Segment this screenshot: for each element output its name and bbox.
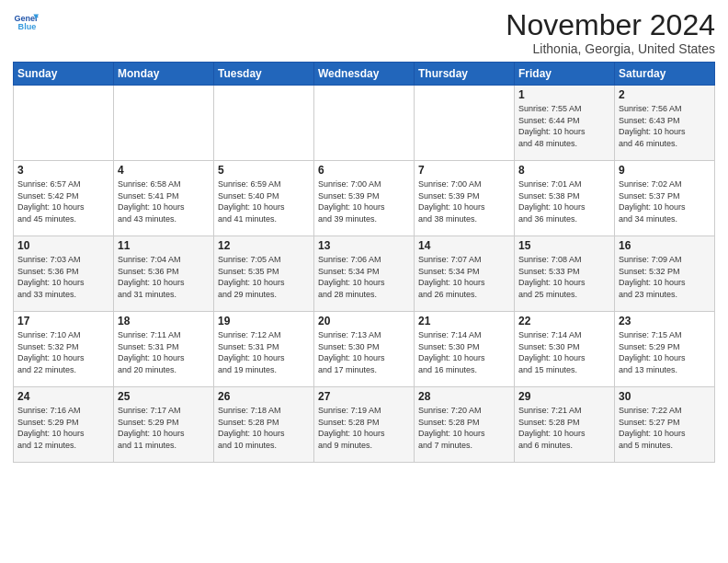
calendar-cell: 16Sunrise: 7:09 AM Sunset: 5:32 PM Dayli… bbox=[615, 236, 715, 312]
calendar-cell: 17Sunrise: 7:10 AM Sunset: 5:32 PM Dayli… bbox=[14, 312, 114, 387]
day-info: Sunrise: 7:05 AM Sunset: 5:35 PM Dayligh… bbox=[218, 254, 310, 300]
day-info: Sunrise: 7:16 AM Sunset: 5:29 PM Dayligh… bbox=[17, 405, 109, 451]
page-header: General Blue November 2024 Lithonia, Geo… bbox=[13, 9, 715, 56]
day-number: 14 bbox=[418, 239, 510, 252]
day-info: Sunrise: 7:22 AM Sunset: 5:27 PM Dayligh… bbox=[619, 405, 711, 451]
day-number: 10 bbox=[17, 239, 109, 252]
calendar-table: SundayMondayTuesdayWednesdayThursdayFrid… bbox=[13, 62, 715, 463]
day-number: 12 bbox=[218, 239, 310, 252]
calendar-cell: 2Sunrise: 7:56 AM Sunset: 6:43 PM Daylig… bbox=[615, 86, 715, 161]
calendar-cell: 18Sunrise: 7:11 AM Sunset: 5:31 PM Dayli… bbox=[114, 312, 214, 387]
calendar-cell: 7Sunrise: 7:00 AM Sunset: 5:39 PM Daylig… bbox=[415, 161, 515, 236]
day-info: Sunrise: 7:02 AM Sunset: 5:37 PM Dayligh… bbox=[619, 178, 711, 224]
calendar-cell: 28Sunrise: 7:20 AM Sunset: 5:28 PM Dayli… bbox=[415, 387, 515, 463]
day-info: Sunrise: 7:21 AM Sunset: 5:28 PM Dayligh… bbox=[518, 405, 610, 451]
calendar-cell: 4Sunrise: 6:58 AM Sunset: 5:41 PM Daylig… bbox=[114, 161, 214, 236]
day-info: Sunrise: 7:03 AM Sunset: 5:36 PM Dayligh… bbox=[17, 254, 109, 300]
calendar-week-row: 17Sunrise: 7:10 AM Sunset: 5:32 PM Dayli… bbox=[14, 312, 715, 387]
day-info: Sunrise: 7:08 AM Sunset: 5:33 PM Dayligh… bbox=[518, 254, 610, 300]
day-number: 9 bbox=[619, 164, 711, 177]
weekday-header-saturday: Saturday bbox=[615, 63, 715, 86]
calendar-cell: 13Sunrise: 7:06 AM Sunset: 5:34 PM Dayli… bbox=[314, 236, 415, 312]
day-number: 28 bbox=[418, 390, 510, 403]
day-info: Sunrise: 6:57 AM Sunset: 5:42 PM Dayligh… bbox=[17, 178, 109, 224]
day-info: Sunrise: 7:12 AM Sunset: 5:31 PM Dayligh… bbox=[218, 329, 310, 375]
month-title: November 2024 bbox=[506, 9, 715, 41]
day-info: Sunrise: 6:59 AM Sunset: 5:40 PM Dayligh… bbox=[218, 178, 310, 224]
day-number: 24 bbox=[17, 390, 109, 403]
day-info: Sunrise: 7:04 AM Sunset: 5:36 PM Dayligh… bbox=[118, 254, 210, 300]
day-number: 25 bbox=[118, 390, 210, 403]
day-number: 17 bbox=[17, 315, 109, 327]
calendar-cell: 9Sunrise: 7:02 AM Sunset: 5:37 PM Daylig… bbox=[615, 161, 715, 236]
calendar-cell: 19Sunrise: 7:12 AM Sunset: 5:31 PM Dayli… bbox=[214, 312, 314, 387]
weekday-header-monday: Monday bbox=[114, 63, 214, 86]
day-info: Sunrise: 7:06 AM Sunset: 5:34 PM Dayligh… bbox=[318, 254, 410, 300]
calendar-cell: 14Sunrise: 7:07 AM Sunset: 5:34 PM Dayli… bbox=[415, 236, 515, 312]
calendar-cell bbox=[114, 86, 214, 161]
calendar-cell: 30Sunrise: 7:22 AM Sunset: 5:27 PM Dayli… bbox=[615, 387, 715, 463]
calendar-cell bbox=[314, 86, 415, 161]
day-info: Sunrise: 7:11 AM Sunset: 5:31 PM Dayligh… bbox=[118, 329, 210, 375]
calendar-cell bbox=[415, 86, 515, 161]
logo: General Blue bbox=[13, 9, 39, 35]
calendar-cell: 6Sunrise: 7:00 AM Sunset: 5:39 PM Daylig… bbox=[314, 161, 415, 236]
day-number: 13 bbox=[318, 239, 410, 252]
day-number: 23 bbox=[619, 315, 711, 327]
day-number: 21 bbox=[418, 315, 510, 327]
day-info: Sunrise: 7:56 AM Sunset: 6:43 PM Dayligh… bbox=[619, 103, 711, 149]
weekday-header-tuesday: Tuesday bbox=[214, 63, 314, 86]
day-number: 29 bbox=[518, 390, 610, 403]
calendar-cell: 15Sunrise: 7:08 AM Sunset: 5:33 PM Dayli… bbox=[515, 236, 615, 312]
calendar-week-row: 24Sunrise: 7:16 AM Sunset: 5:29 PM Dayli… bbox=[14, 387, 715, 463]
day-info: Sunrise: 7:01 AM Sunset: 5:38 PM Dayligh… bbox=[518, 178, 610, 224]
day-number: 2 bbox=[619, 88, 711, 101]
weekday-header-thursday: Thursday bbox=[415, 63, 515, 86]
logo-icon: General Blue bbox=[13, 9, 39, 35]
day-info: Sunrise: 7:13 AM Sunset: 5:30 PM Dayligh… bbox=[318, 329, 410, 375]
calendar-cell: 23Sunrise: 7:15 AM Sunset: 5:29 PM Dayli… bbox=[615, 312, 715, 387]
day-number: 19 bbox=[218, 315, 310, 327]
day-info: Sunrise: 7:00 AM Sunset: 5:39 PM Dayligh… bbox=[418, 178, 510, 224]
day-number: 1 bbox=[518, 88, 610, 101]
day-info: Sunrise: 7:20 AM Sunset: 5:28 PM Dayligh… bbox=[418, 405, 510, 451]
calendar-cell bbox=[14, 86, 114, 161]
calendar-cell bbox=[214, 86, 314, 161]
day-info: Sunrise: 7:18 AM Sunset: 5:28 PM Dayligh… bbox=[218, 405, 310, 451]
day-number: 22 bbox=[518, 315, 610, 327]
calendar-week-row: 1Sunrise: 7:55 AM Sunset: 6:44 PM Daylig… bbox=[14, 86, 715, 161]
weekday-header-sunday: Sunday bbox=[14, 63, 114, 86]
day-number: 6 bbox=[318, 164, 410, 177]
day-number: 11 bbox=[118, 239, 210, 252]
calendar-cell: 22Sunrise: 7:14 AM Sunset: 5:30 PM Dayli… bbox=[515, 312, 615, 387]
calendar-cell: 1Sunrise: 7:55 AM Sunset: 6:44 PM Daylig… bbox=[515, 86, 615, 161]
calendar-cell: 11Sunrise: 7:04 AM Sunset: 5:36 PM Dayli… bbox=[114, 236, 214, 312]
day-number: 30 bbox=[619, 390, 711, 403]
calendar-cell: 3Sunrise: 6:57 AM Sunset: 5:42 PM Daylig… bbox=[14, 161, 114, 236]
calendar-cell: 12Sunrise: 7:05 AM Sunset: 5:35 PM Dayli… bbox=[214, 236, 314, 312]
day-number: 8 bbox=[518, 164, 610, 177]
day-info: Sunrise: 7:00 AM Sunset: 5:39 PM Dayligh… bbox=[318, 178, 410, 224]
location-title: Lithonia, Georgia, United States bbox=[506, 41, 715, 56]
day-info: Sunrise: 7:14 AM Sunset: 5:30 PM Dayligh… bbox=[418, 329, 510, 375]
calendar-week-row: 10Sunrise: 7:03 AM Sunset: 5:36 PM Dayli… bbox=[14, 236, 715, 312]
weekday-header-friday: Friday bbox=[515, 63, 615, 86]
day-info: Sunrise: 6:58 AM Sunset: 5:41 PM Dayligh… bbox=[118, 178, 210, 224]
calendar-cell: 27Sunrise: 7:19 AM Sunset: 5:28 PM Dayli… bbox=[314, 387, 415, 463]
day-info: Sunrise: 7:55 AM Sunset: 6:44 PM Dayligh… bbox=[518, 103, 610, 149]
day-info: Sunrise: 7:14 AM Sunset: 5:30 PM Dayligh… bbox=[518, 329, 610, 375]
day-info: Sunrise: 7:10 AM Sunset: 5:32 PM Dayligh… bbox=[17, 329, 109, 375]
calendar-cell: 29Sunrise: 7:21 AM Sunset: 5:28 PM Dayli… bbox=[515, 387, 615, 463]
day-number: 18 bbox=[118, 315, 210, 327]
day-number: 27 bbox=[318, 390, 410, 403]
calendar-week-row: 3Sunrise: 6:57 AM Sunset: 5:42 PM Daylig… bbox=[14, 161, 715, 236]
day-info: Sunrise: 7:15 AM Sunset: 5:29 PM Dayligh… bbox=[619, 329, 711, 375]
calendar-cell: 25Sunrise: 7:17 AM Sunset: 5:29 PM Dayli… bbox=[114, 387, 214, 463]
day-number: 15 bbox=[518, 239, 610, 252]
day-info: Sunrise: 7:17 AM Sunset: 5:29 PM Dayligh… bbox=[118, 405, 210, 451]
calendar-cell: 20Sunrise: 7:13 AM Sunset: 5:30 PM Dayli… bbox=[314, 312, 415, 387]
day-number: 3 bbox=[17, 164, 109, 177]
day-number: 26 bbox=[218, 390, 310, 403]
calendar-cell: 26Sunrise: 7:18 AM Sunset: 5:28 PM Dayli… bbox=[214, 387, 314, 463]
day-number: 20 bbox=[318, 315, 410, 327]
